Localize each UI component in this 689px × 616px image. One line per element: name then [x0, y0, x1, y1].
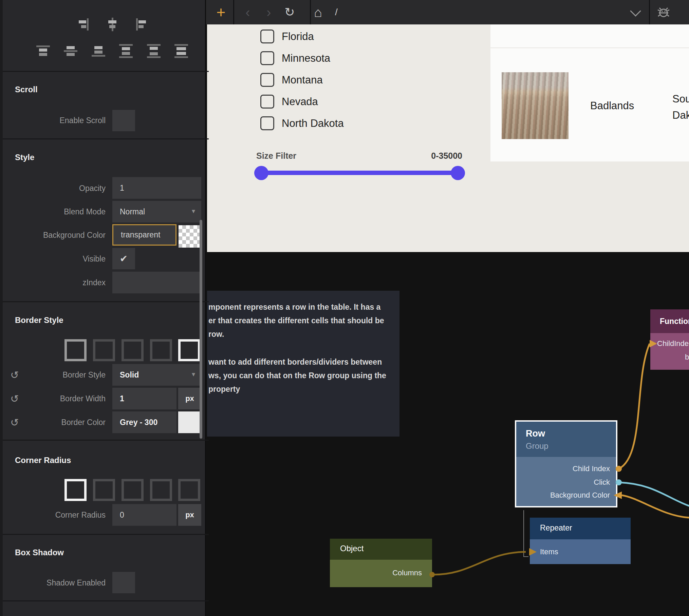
section-divider — [3, 301, 209, 302]
tooltip-panel: mponent represents a row in the table. I… — [207, 291, 399, 437]
tooltip-line: mponent represents a row in the table. I… — [208, 300, 396, 314]
border-style-select[interactable]: Solid ▾ — [112, 364, 201, 386]
border-color-input[interactable]: Grey - 300 — [112, 411, 176, 433]
corner-radius-input[interactable]: 0 — [112, 504, 176, 526]
property-panel: Scroll Enable Scroll Style Opacity 1 Ble… — [0, 0, 206, 616]
refresh-button[interactable]: ↻ — [280, 0, 299, 24]
border-width-label: Border Width — [3, 394, 106, 403]
corner-radius-unit-button[interactable]: px — [178, 504, 201, 526]
add-page-button[interactable]: + — [209, 0, 233, 24]
align-left-button[interactable] — [133, 17, 148, 32]
node-function[interactable]: Function ChildInde b — [650, 309, 689, 370]
border-top-button[interactable] — [93, 339, 115, 361]
align-right-button[interactable] — [76, 17, 91, 32]
section-divider — [3, 600, 209, 601]
node-row-group-port-click[interactable]: Click — [594, 478, 610, 487]
stretch-vertical-button[interactable] — [174, 43, 189, 58]
corner-radius-value: 0 — [120, 511, 124, 520]
node-object-port-columns[interactable]: Columns — [392, 569, 422, 577]
size-filter-slider-thumb-min[interactable] — [254, 166, 268, 180]
card-state-line1: Sou — [672, 91, 689, 107]
chevron-down-icon: ▾ — [192, 370, 195, 378]
chevron-left-icon: ‹ — [245, 5, 250, 20]
border-left-button[interactable] — [178, 339, 200, 361]
border-color-swatch[interactable] — [178, 411, 201, 433]
blend-mode-value: Normal — [120, 207, 145, 216]
checkbox-minnesota-label: Minnesota — [282, 52, 330, 64]
section-title-box-shadow: Box Shadow — [15, 548, 64, 557]
chevron-down-icon: ▾ — [192, 207, 195, 215]
blend-mode-select[interactable]: Normal ▾ — [112, 201, 201, 223]
background-color-swatch-transparent[interactable] — [179, 225, 201, 248]
align-center-vertical-button[interactable] — [63, 43, 78, 58]
size-filter-slider-track[interactable] — [261, 171, 458, 175]
distribute-vertical-button[interactable] — [118, 43, 133, 58]
nav-back-button[interactable]: ‹ — [239, 0, 256, 24]
background-color-label: Background Color — [3, 230, 106, 240]
check-icon: ✔ — [120, 253, 128, 264]
visible-checkbox[interactable]: ✔ — [112, 248, 135, 269]
zindex-input[interactable] — [112, 272, 201, 293]
node-function-port-fragment: b — [685, 353, 689, 362]
node-row-group-header: Row Group — [516, 422, 616, 457]
node-repeater-port-items[interactable]: Items — [540, 547, 558, 556]
border-width-value: 1 — [120, 394, 124, 403]
background-color-value: transparent — [121, 230, 160, 239]
node-function-body: ChildInde b — [650, 333, 689, 370]
node-row-group-port-child-index[interactable]: Child Index — [573, 464, 610, 473]
zindex-label: zIndex — [3, 278, 106, 287]
node-repeater-body: Items — [530, 539, 631, 564]
node-row-group-port-background-color[interactable]: Background Color — [550, 491, 610, 500]
node-repeater[interactable]: Repeater Items — [530, 518, 631, 564]
tooltip-line: er that creates the different cells that… — [208, 314, 396, 327]
section-divider — [3, 440, 209, 441]
home-button[interactable]: ⌂ — [308, 0, 328, 24]
viewport-dropdown-button[interactable] — [627, 0, 644, 24]
section-divider — [3, 534, 209, 535]
align-bottom-button[interactable] — [91, 43, 106, 58]
nav-forward-button[interactable]: › — [260, 0, 277, 24]
corner-radius-label: Corner Radius — [3, 510, 106, 520]
checkbox-nevada-label: Nevada — [282, 96, 318, 108]
align-top-button[interactable] — [36, 43, 51, 58]
border-width-unit-button[interactable]: px — [178, 388, 201, 409]
route-path[interactable]: / — [330, 0, 343, 24]
corner-bottom-right-button[interactable] — [150, 479, 172, 501]
space-between-vertical-button[interactable] — [146, 43, 161, 58]
preview-navigation-bar: + ‹ › ↻ ⌂ / — [206, 0, 689, 24]
topbar-divider — [649, 0, 650, 24]
align-center-horizontal-button[interactable] — [105, 17, 120, 32]
section-divider — [3, 71, 209, 72]
corner-top-right-button[interactable] — [122, 479, 144, 501]
checkbox-montana[interactable] — [260, 73, 274, 87]
size-filter-label: Size Filter — [256, 151, 296, 161]
checkbox-minnesota[interactable] — [260, 51, 274, 65]
node-row-group[interactable]: Row Group Child Index Click Background C… — [515, 420, 617, 507]
card-title: Badlands — [590, 100, 634, 112]
checkbox-nevada[interactable] — [260, 95, 274, 109]
node-function-header: Function — [650, 309, 689, 333]
size-filter-range: 0-35000 — [407, 151, 462, 161]
corner-all-button[interactable] — [64, 479, 87, 501]
border-width-input[interactable]: 1 — [112, 388, 176, 409]
border-right-button[interactable] — [122, 339, 144, 361]
debug-button[interactable] — [653, 0, 674, 24]
size-filter-slider-thumb-max[interactable] — [451, 166, 465, 180]
enable-scroll-checkbox[interactable] — [112, 110, 135, 131]
corner-bottom-left-button[interactable] — [178, 479, 200, 501]
result-card[interactable]: Badlands Sou Dak — [490, 24, 689, 161]
sidebar-scrollbar[interactable] — [200, 220, 202, 439]
opacity-input[interactable]: 1 — [112, 177, 201, 199]
card-header-divider — [490, 47, 689, 48]
node-object[interactable]: Object Columns — [330, 539, 432, 587]
corner-top-left-button[interactable] — [93, 479, 115, 501]
node-function-port-childindex[interactable]: ChildInde — [657, 339, 689, 348]
border-all-button[interactable] — [64, 339, 87, 361]
shadow-enabled-checkbox[interactable] — [112, 572, 135, 593]
checkbox-north-dakota[interactable] — [260, 116, 274, 130]
node-object-header: Object — [330, 539, 432, 560]
background-color-input[interactable]: transparent — [112, 224, 176, 246]
border-bottom-button[interactable] — [150, 339, 172, 361]
checkbox-florida[interactable] — [260, 30, 274, 43]
route-path-text: / — [335, 7, 338, 18]
